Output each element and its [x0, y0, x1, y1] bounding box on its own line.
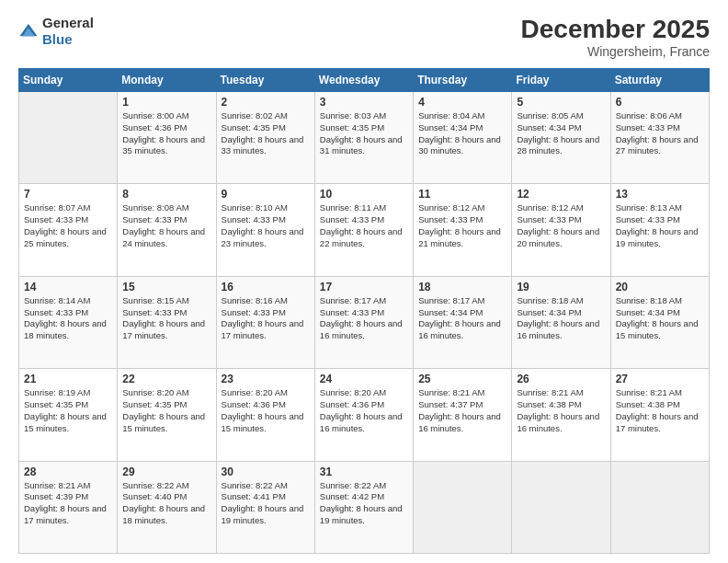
day-number: 6 [616, 96, 704, 109]
day-number: 5 [517, 96, 605, 109]
calendar-cell: 23Sunrise: 8:20 AMSunset: 4:36 PMDayligh… [216, 369, 314, 461]
header: General Blue December 2025 Wingersheim, … [18, 15, 710, 59]
calendar-cell: 24Sunrise: 8:20 AMSunset: 4:36 PMDayligh… [314, 369, 413, 461]
day-number: 28 [24, 465, 112, 478]
day-info: Sunrise: 8:06 AMSunset: 4:33 PMDaylight:… [616, 110, 704, 157]
calendar-cell [610, 461, 709, 553]
calendar-cell: 9Sunrise: 8:10 AMSunset: 4:33 PMDaylight… [216, 184, 314, 276]
day-info: Sunrise: 8:07 AMSunset: 4:33 PMDaylight:… [24, 202, 112, 249]
week-row-4: 21Sunrise: 8:19 AMSunset: 4:35 PMDayligh… [19, 369, 710, 461]
day-number: 29 [122, 465, 210, 478]
calendar-cell: 15Sunrise: 8:15 AMSunset: 4:33 PMDayligh… [118, 276, 216, 368]
calendar-table: SundayMondayTuesdayWednesdayThursdayFrid… [18, 68, 710, 554]
day-info: Sunrise: 8:14 AMSunset: 4:33 PMDaylight:… [24, 295, 112, 342]
calendar-cell: 25Sunrise: 8:21 AMSunset: 4:37 PMDayligh… [414, 369, 512, 461]
logo-icon [18, 21, 39, 41]
col-header-wednesday: Wednesday [314, 69, 413, 92]
calendar-cell [512, 461, 610, 553]
col-header-sunday: Sunday [19, 69, 118, 92]
col-header-monday: Monday [118, 69, 216, 92]
calendar-cell: 14Sunrise: 8:14 AMSunset: 4:33 PMDayligh… [19, 276, 118, 368]
day-number: 3 [320, 96, 408, 109]
calendar-cell: 2Sunrise: 8:02 AMSunset: 4:35 PMDaylight… [216, 92, 314, 184]
day-info: Sunrise: 8:21 AMSunset: 4:39 PMDaylight:… [24, 480, 112, 527]
day-info: Sunrise: 8:17 AMSunset: 4:34 PMDaylight:… [418, 295, 506, 342]
week-row-1: 1Sunrise: 8:00 AMSunset: 4:36 PMDaylight… [19, 92, 710, 184]
calendar-cell: 20Sunrise: 8:18 AMSunset: 4:34 PMDayligh… [610, 276, 709, 368]
day-number: 10 [320, 188, 408, 201]
calendar-cell: 3Sunrise: 8:03 AMSunset: 4:35 PMDaylight… [314, 92, 413, 184]
calendar-cell: 21Sunrise: 8:19 AMSunset: 4:35 PMDayligh… [19, 369, 118, 461]
day-number: 7 [24, 188, 112, 201]
day-number: 30 [222, 465, 310, 478]
day-info: Sunrise: 8:20 AMSunset: 4:35 PMDaylight:… [122, 387, 210, 434]
day-number: 12 [517, 188, 605, 201]
calendar-cell: 1Sunrise: 8:00 AMSunset: 4:36 PMDaylight… [118, 92, 216, 184]
day-number: 13 [616, 188, 704, 201]
day-info: Sunrise: 8:08 AMSunset: 4:33 PMDaylight:… [122, 202, 210, 249]
day-info: Sunrise: 8:00 AMSunset: 4:36 PMDaylight:… [122, 110, 210, 157]
calendar-cell: 22Sunrise: 8:20 AMSunset: 4:35 PMDayligh… [118, 369, 216, 461]
calendar-cell: 7Sunrise: 8:07 AMSunset: 4:33 PMDaylight… [19, 184, 118, 276]
calendar-cell: 29Sunrise: 8:22 AMSunset: 4:40 PMDayligh… [118, 461, 216, 553]
logo-general: General [42, 15, 94, 30]
calendar-header-row: SundayMondayTuesdayWednesdayThursdayFrid… [19, 69, 710, 92]
calendar-cell: 4Sunrise: 8:04 AMSunset: 4:34 PMDaylight… [414, 92, 512, 184]
day-number: 18 [418, 281, 506, 293]
day-number: 1 [122, 96, 210, 109]
calendar-cell: 28Sunrise: 8:21 AMSunset: 4:39 PMDayligh… [19, 461, 118, 553]
day-info: Sunrise: 8:22 AMSunset: 4:42 PMDaylight:… [320, 480, 408, 527]
calendar-cell: 10Sunrise: 8:11 AMSunset: 4:33 PMDayligh… [314, 184, 413, 276]
calendar-cell: 16Sunrise: 8:16 AMSunset: 4:33 PMDayligh… [216, 276, 314, 368]
day-number: 22 [122, 373, 210, 385]
calendar-cell: 19Sunrise: 8:18 AMSunset: 4:34 PMDayligh… [512, 276, 610, 368]
day-info: Sunrise: 8:17 AMSunset: 4:33 PMDaylight:… [320, 295, 408, 342]
day-info: Sunrise: 8:21 AMSunset: 4:37 PMDaylight:… [418, 387, 506, 434]
calendar-cell: 8Sunrise: 8:08 AMSunset: 4:33 PMDaylight… [118, 184, 216, 276]
day-number: 8 [122, 188, 210, 201]
calendar-cell: 12Sunrise: 8:12 AMSunset: 4:33 PMDayligh… [512, 184, 610, 276]
day-info: Sunrise: 8:20 AMSunset: 4:36 PMDaylight:… [222, 387, 310, 434]
day-number: 25 [418, 373, 506, 385]
calendar-cell [414, 461, 512, 553]
week-row-2: 7Sunrise: 8:07 AMSunset: 4:33 PMDaylight… [19, 184, 710, 276]
day-number: 15 [122, 281, 210, 293]
day-number: 26 [517, 373, 605, 385]
calendar-cell: 5Sunrise: 8:05 AMSunset: 4:34 PMDaylight… [512, 92, 610, 184]
day-number: 24 [320, 373, 408, 385]
calendar-cell: 27Sunrise: 8:21 AMSunset: 4:38 PMDayligh… [610, 369, 709, 461]
month-title: December 2025 [521, 15, 710, 44]
col-header-saturday: Saturday [610, 69, 709, 92]
day-number: 11 [418, 188, 506, 201]
calendar-cell [19, 92, 118, 184]
week-row-5: 28Sunrise: 8:21 AMSunset: 4:39 PMDayligh… [19, 461, 710, 553]
col-header-friday: Friday [512, 69, 610, 92]
col-header-tuesday: Tuesday [216, 69, 314, 92]
day-number: 23 [222, 373, 310, 385]
page: General Blue December 2025 Wingersheim, … [0, 0, 728, 563]
day-number: 27 [616, 373, 704, 385]
day-info: Sunrise: 8:21 AMSunset: 4:38 PMDaylight:… [616, 387, 704, 434]
day-number: 31 [320, 465, 408, 478]
day-number: 17 [320, 281, 408, 293]
calendar-cell: 13Sunrise: 8:13 AMSunset: 4:33 PMDayligh… [610, 184, 709, 276]
day-info: Sunrise: 8:19 AMSunset: 4:35 PMDaylight:… [24, 387, 112, 434]
calendar-cell: 18Sunrise: 8:17 AMSunset: 4:34 PMDayligh… [414, 276, 512, 368]
calendar-cell: 11Sunrise: 8:12 AMSunset: 4:33 PMDayligh… [414, 184, 512, 276]
day-number: 2 [222, 96, 310, 109]
day-number: 19 [517, 281, 605, 293]
day-info: Sunrise: 8:21 AMSunset: 4:38 PMDaylight:… [517, 387, 605, 434]
day-info: Sunrise: 8:15 AMSunset: 4:33 PMDaylight:… [122, 295, 210, 342]
day-info: Sunrise: 8:10 AMSunset: 4:33 PMDaylight:… [222, 202, 310, 249]
day-info: Sunrise: 8:05 AMSunset: 4:34 PMDaylight:… [517, 110, 605, 157]
logo: General Blue [18, 15, 94, 48]
calendar-cell: 17Sunrise: 8:17 AMSunset: 4:33 PMDayligh… [314, 276, 413, 368]
day-number: 16 [222, 281, 310, 293]
calendar-cell: 31Sunrise: 8:22 AMSunset: 4:42 PMDayligh… [314, 461, 413, 553]
calendar-cell: 26Sunrise: 8:21 AMSunset: 4:38 PMDayligh… [512, 369, 610, 461]
day-info: Sunrise: 8:20 AMSunset: 4:36 PMDaylight:… [320, 387, 408, 434]
day-number: 21 [24, 373, 112, 385]
calendar-cell: 6Sunrise: 8:06 AMSunset: 4:33 PMDaylight… [610, 92, 709, 184]
day-info: Sunrise: 8:18 AMSunset: 4:34 PMDaylight:… [616, 295, 704, 342]
week-row-3: 14Sunrise: 8:14 AMSunset: 4:33 PMDayligh… [19, 276, 710, 368]
